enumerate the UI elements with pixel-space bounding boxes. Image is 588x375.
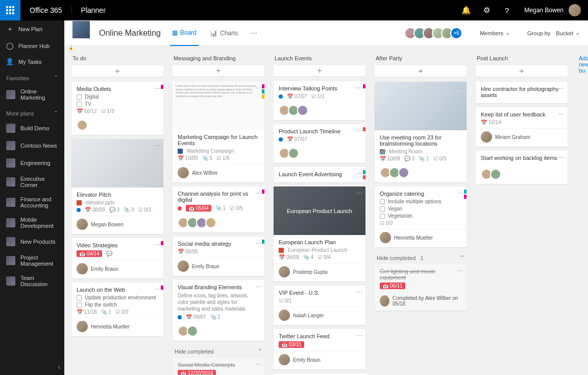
card-more-icon[interactable]: ⋯	[558, 154, 565, 161]
collapse-sidebar-button[interactable]: ‹	[58, 363, 60, 371]
bucket-title[interactable]: Post Launch	[476, 53, 568, 65]
add-task-button[interactable]: ＋	[173, 65, 264, 76]
card-more-icon[interactable]: ⋯	[154, 286, 160, 293]
checklist-item[interactable]: Vegan	[380, 206, 461, 212]
task-card[interactable]: Interview Talking Points📅 07/07☑ 1/1⋯	[274, 81, 365, 120]
task-card[interactable]: Elevator Pitchelevator.pptx📅 08/09💬 3📎 3…	[71, 139, 163, 234]
card-more-icon[interactable]: ⋯	[255, 361, 261, 368]
card-more-icon[interactable]: ⋯	[356, 170, 362, 177]
add-task-button[interactable]: ＋	[274, 65, 365, 76]
checklist-item[interactable]: Update production environment	[77, 295, 158, 300]
card-more-icon[interactable]: ⋯	[255, 283, 261, 290]
card-more-icon[interactable]: ⋯	[356, 84, 362, 91]
add-task-button[interactable]: ＋	[375, 65, 467, 77]
sidebar-plan-item[interactable]: Executive Corner	[0, 172, 64, 192]
checklist-item[interactable]: Include multiple options	[380, 199, 461, 204]
checklist-item[interactable]: Flip the switch	[77, 302, 158, 308]
card-more-icon[interactable]: ⋯	[154, 142, 160, 149]
sidebar-plan-item[interactable]: Online Marketing	[0, 84, 64, 105]
user-menu[interactable]: Megan Bowen	[517, 4, 588, 16]
card-more-icon[interactable]: ⋯	[457, 267, 463, 274]
card-more-icon[interactable]: ⋯	[356, 289, 362, 296]
card-more-icon[interactable]: ⋯	[154, 85, 160, 92]
task-card[interactable]: Hire contractor for photography assets⋯	[476, 82, 568, 103]
bucket-title[interactable]: Messaging and Branding	[173, 53, 264, 65]
task-card[interactable]: Use meeting room 23 for brainstorming lo…	[375, 82, 467, 182]
svg-rect-3	[6, 9, 8, 11]
help-icon[interactable]: ?	[497, 0, 517, 20]
sidebar-plan-item[interactable]: Project Management	[0, 250, 64, 271]
brand-label[interactable]: Office 365	[20, 6, 72, 14]
members-dropdown[interactable]: Members⌄	[480, 30, 510, 36]
my-tasks-link[interactable]: 👤My Tasks	[0, 54, 64, 69]
more-plans-heading[interactable]: More plans⌃	[0, 105, 64, 120]
card-more-icon[interactable]: ⋯	[457, 190, 463, 197]
bucket-title[interactable]: Launch Events	[274, 53, 365, 65]
app-name[interactable]: Planner	[72, 6, 115, 14]
task-card[interactable]: Keep list of user feedback📅 10/14⋯Miriam…	[476, 107, 568, 147]
planner-hub-link[interactable]: ◯Planner Hub	[0, 38, 64, 54]
card-more-icon[interactable]: ⋯	[558, 85, 565, 92]
sidebar-plan-item[interactable]: Mobile Development	[0, 213, 64, 233]
priority-dot	[77, 208, 81, 212]
tab-charts[interactable]: 📊Charts	[208, 20, 240, 46]
favorites-heading[interactable]: Favorites⌃	[0, 69, 64, 84]
task-card[interactable]: Visual Branding ElementsDefine icons, ta…	[173, 280, 264, 341]
sidebar-plan-item[interactable]: Engineering	[0, 154, 64, 172]
task-card[interactable]: Product Launch Timeline📅 07/07⋯	[274, 124, 365, 163]
task-card[interactable]: Organize cateringInclude multiple option…	[375, 186, 467, 247]
plan-members-facepile[interactable]: +6	[407, 27, 462, 39]
avatar	[490, 169, 501, 180]
hide-completed-toggle[interactable]: Hide completed 1⌃	[375, 251, 467, 264]
card-more-icon[interactable]: ⋯	[154, 241, 160, 248]
card-more-icon[interactable]: ⋯	[255, 190, 261, 197]
waffle-icon[interactable]	[0, 0, 20, 20]
task-card[interactable]: Launch Event Advertising⋯	[274, 167, 365, 182]
task-card[interactable]: Get lighting and music equipment📅 06/11⋯…	[375, 264, 467, 311]
notifications-icon[interactable]: 🔔	[456, 0, 476, 20]
bucket-title[interactable]: After Party	[375, 53, 467, 65]
label-tag	[262, 240, 264, 244]
sidebar-plan-item[interactable]: Team Discussion	[0, 271, 64, 291]
card-more-icon[interactable]: ⋯	[356, 190, 362, 197]
bucket-title[interactable]: To do	[71, 53, 163, 65]
task-card[interactable]: Video Strategies📅 04/14💬 ⋯Emily Braun	[71, 238, 163, 278]
card-more-icon[interactable]: ⋯	[255, 240, 261, 247]
card-more-icon[interactable]: ⋯	[356, 127, 362, 134]
add-bucket-button[interactable]: Add new bu	[577, 53, 588, 368]
sidebar-plan-item[interactable]: New Products	[0, 233, 64, 250]
charts-icon: 📊	[210, 30, 217, 37]
file-icon	[279, 248, 284, 253]
new-plan-button[interactable]: ＋New Plan	[0, 20, 64, 38]
plan-title[interactable]: Online Marketing	[99, 29, 161, 38]
task-card[interactable]: Lorem ipsum dolor sit amet consectetur a…	[173, 81, 264, 182]
card-more-icon[interactable]: ⋯	[356, 332, 362, 339]
hide-completed-toggle[interactable]: Hide completed⌃	[173, 345, 264, 358]
add-task-button[interactable]: ＋	[476, 65, 568, 77]
task-card[interactable]: Social media strategy📅 08/05⋯Emily Braun	[173, 237, 264, 276]
tab-board[interactable]: ▦Board	[170, 20, 199, 46]
card-more-icon[interactable]: ⋯	[558, 110, 565, 118]
card-more-icon[interactable]: ⋯	[255, 84, 261, 91]
checklist-item[interactable]: Digital	[77, 94, 158, 100]
bucket-column: Launch Events＋Interview Talking Points📅 …	[274, 53, 365, 368]
task-card[interactable]: European Product LaunchEuropean Launch P…	[274, 186, 365, 282]
settings-icon[interactable]: ⚙	[476, 0, 497, 20]
sidebar-plan-item[interactable]: Finance and Accounting	[0, 192, 64, 213]
task-card[interactable]: Launch on the WebUpdate production envir…	[71, 283, 163, 336]
more-menu[interactable]: ⋯	[249, 20, 259, 46]
avatar	[77, 263, 88, 274]
task-card[interactable]: Twitter Launch Feed📅 03/31⋯Emily Braun	[274, 329, 365, 369]
group-by-dropdown[interactable]: Group by Bucket⌄	[527, 30, 580, 36]
task-card[interactable]: Social Media Concepts📅 12/20/2016⋯Comple…	[173, 358, 264, 375]
checklist-item[interactable]: Vegetarian	[380, 213, 461, 219]
add-task-button[interactable]: ＋	[71, 65, 163, 77]
task-card[interactable]: VIP Event - U.S.☑ 0/1⋯Isaiah Langer	[274, 286, 365, 325]
sidebar-plan-item[interactable]: Contoso News	[0, 137, 64, 154]
task-card[interactable]: Channel analysis for print vs digital📅 0…	[173, 186, 264, 232]
card-more-icon[interactable]: ⋯	[457, 85, 463, 92]
task-card[interactable]: Media OutletsDigitalTV📅 10/12☑ 1/3⋯	[71, 82, 163, 135]
sidebar-plan-item[interactable]: Build Demo	[0, 120, 64, 137]
task-card[interactable]: Start working on backlog items⋯	[476, 151, 568, 184]
checklist-item[interactable]: TV	[77, 101, 158, 107]
